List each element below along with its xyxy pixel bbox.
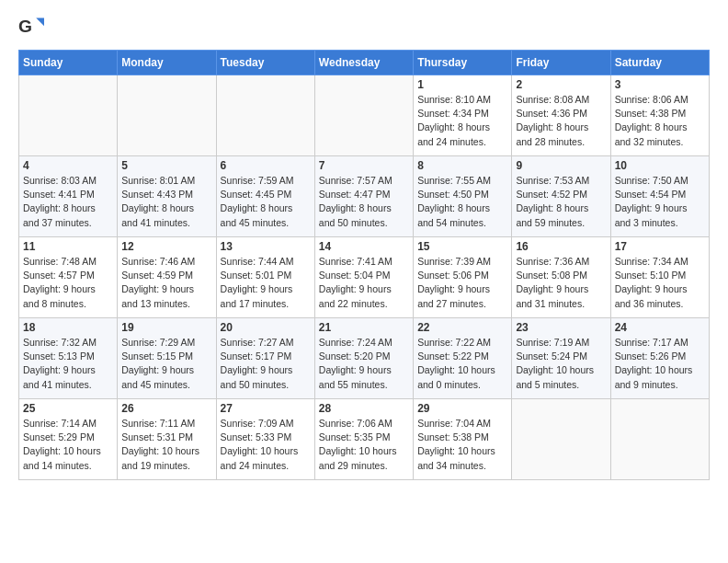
day-number: 7	[319, 159, 409, 172]
day-cell: 2Sunrise: 8:08 AM Sunset: 4:36 PM Daylig…	[512, 75, 610, 156]
day-number: 11	[23, 240, 113, 253]
day-info: Sunrise: 7:06 AM Sunset: 5:35 PM Dayligh…	[319, 417, 409, 473]
day-info: Sunrise: 7:50 AM Sunset: 4:54 PM Dayligh…	[615, 174, 705, 230]
day-info: Sunrise: 7:53 AM Sunset: 4:52 PM Dayligh…	[516, 174, 606, 230]
week-row-3: 18Sunrise: 7:32 AM Sunset: 5:13 PM Dayli…	[19, 318, 710, 399]
day-cell: 19Sunrise: 7:29 AM Sunset: 5:15 PM Dayli…	[118, 318, 216, 399]
day-number: 13	[221, 240, 311, 253]
day-cell: 10Sunrise: 7:50 AM Sunset: 4:54 PM Dayli…	[610, 156, 709, 237]
day-number: 16	[516, 240, 606, 253]
week-row-0: 1Sunrise: 8:10 AM Sunset: 4:34 PM Daylig…	[19, 75, 710, 156]
day-number: 9	[516, 159, 606, 172]
logo: G	[18, 15, 48, 40]
day-cell: 18Sunrise: 7:32 AM Sunset: 5:13 PM Dayli…	[19, 318, 118, 399]
header-wednesday: Wednesday	[314, 51, 413, 75]
day-number: 14	[319, 240, 409, 253]
day-info: Sunrise: 7:59 AM Sunset: 4:45 PM Dayligh…	[221, 174, 311, 230]
day-number: 26	[121, 402, 211, 415]
page-header: G	[18, 15, 710, 40]
day-cell: 7Sunrise: 7:57 AM Sunset: 4:47 PM Daylig…	[314, 156, 413, 237]
day-cell: 13Sunrise: 7:44 AM Sunset: 5:01 PM Dayli…	[216, 237, 314, 318]
day-number: 22	[417, 321, 507, 334]
day-number: 4	[23, 159, 113, 172]
day-cell: 29Sunrise: 7:04 AM Sunset: 5:38 PM Dayli…	[414, 399, 512, 480]
day-number: 1	[417, 78, 507, 91]
day-info: Sunrise: 7:32 AM Sunset: 5:13 PM Dayligh…	[23, 336, 113, 392]
day-cell: 11Sunrise: 7:48 AM Sunset: 4:57 PM Dayli…	[19, 237, 118, 318]
day-cell: 8Sunrise: 7:55 AM Sunset: 4:50 PM Daylig…	[414, 156, 512, 237]
day-info: Sunrise: 8:01 AM Sunset: 4:43 PM Dayligh…	[121, 174, 211, 230]
day-number: 17	[615, 240, 705, 253]
day-info: Sunrise: 7:46 AM Sunset: 4:59 PM Dayligh…	[121, 255, 211, 311]
day-cell: 20Sunrise: 7:27 AM Sunset: 5:17 PM Dayli…	[216, 318, 314, 399]
day-info: Sunrise: 7:19 AM Sunset: 5:24 PM Dayligh…	[516, 336, 606, 392]
day-info: Sunrise: 7:11 AM Sunset: 5:31 PM Dayligh…	[121, 417, 211, 473]
day-cell: 14Sunrise: 7:41 AM Sunset: 5:04 PM Dayli…	[314, 237, 413, 318]
day-number: 18	[23, 321, 113, 334]
logo-icon: G	[18, 15, 44, 40]
day-cell	[512, 399, 610, 480]
day-cell	[314, 75, 413, 156]
day-cell	[118, 75, 216, 156]
day-cell: 25Sunrise: 7:14 AM Sunset: 5:29 PM Dayli…	[19, 399, 118, 480]
header-tuesday: Tuesday	[216, 51, 314, 75]
day-cell: 22Sunrise: 7:22 AM Sunset: 5:22 PM Dayli…	[414, 318, 512, 399]
header-sunday: Sunday	[19, 51, 118, 75]
day-number: 3	[615, 78, 705, 91]
day-info: Sunrise: 7:29 AM Sunset: 5:15 PM Dayligh…	[121, 336, 211, 392]
day-info: Sunrise: 7:14 AM Sunset: 5:29 PM Dayligh…	[23, 417, 113, 473]
day-cell: 12Sunrise: 7:46 AM Sunset: 4:59 PM Dayli…	[118, 237, 216, 318]
svg-marker-1	[36, 18, 44, 27]
week-row-2: 11Sunrise: 7:48 AM Sunset: 4:57 PM Dayli…	[19, 237, 710, 318]
calendar-header-row: SundayMondayTuesdayWednesdayThursdayFrid…	[19, 51, 710, 75]
day-info: Sunrise: 7:09 AM Sunset: 5:33 PM Dayligh…	[221, 417, 311, 473]
day-number: 15	[417, 240, 507, 253]
day-info: Sunrise: 7:44 AM Sunset: 5:01 PM Dayligh…	[221, 255, 311, 311]
day-number: 29	[417, 402, 507, 415]
day-info: Sunrise: 7:36 AM Sunset: 5:08 PM Dayligh…	[516, 255, 606, 311]
day-cell: 27Sunrise: 7:09 AM Sunset: 5:33 PM Dayli…	[216, 399, 314, 480]
day-number: 10	[615, 159, 705, 172]
day-info: Sunrise: 8:08 AM Sunset: 4:36 PM Dayligh…	[516, 93, 606, 149]
day-cell: 5Sunrise: 8:01 AM Sunset: 4:43 PM Daylig…	[118, 156, 216, 237]
day-number: 2	[516, 78, 606, 91]
day-cell: 28Sunrise: 7:06 AM Sunset: 5:35 PM Dayli…	[314, 399, 413, 480]
day-number: 8	[417, 159, 507, 172]
day-info: Sunrise: 8:06 AM Sunset: 4:38 PM Dayligh…	[615, 93, 705, 149]
day-info: Sunrise: 7:57 AM Sunset: 4:47 PM Dayligh…	[319, 174, 409, 230]
day-number: 6	[221, 159, 311, 172]
day-info: Sunrise: 7:55 AM Sunset: 4:50 PM Dayligh…	[417, 174, 507, 230]
day-cell	[216, 75, 314, 156]
day-cell: 1Sunrise: 8:10 AM Sunset: 4:34 PM Daylig…	[414, 75, 512, 156]
day-number: 21	[319, 321, 409, 334]
day-cell: 23Sunrise: 7:19 AM Sunset: 5:24 PM Dayli…	[512, 318, 610, 399]
week-row-1: 4Sunrise: 8:03 AM Sunset: 4:41 PM Daylig…	[19, 156, 710, 237]
header-friday: Friday	[512, 51, 610, 75]
day-number: 24	[615, 321, 705, 334]
calendar-table: SundayMondayTuesdayWednesdayThursdayFrid…	[18, 50, 710, 480]
day-cell: 21Sunrise: 7:24 AM Sunset: 5:20 PM Dayli…	[314, 318, 413, 399]
day-info: Sunrise: 7:24 AM Sunset: 5:20 PM Dayligh…	[319, 336, 409, 392]
day-number: 25	[23, 402, 113, 415]
day-cell: 26Sunrise: 7:11 AM Sunset: 5:31 PM Dayli…	[118, 399, 216, 480]
day-info: Sunrise: 7:04 AM Sunset: 5:38 PM Dayligh…	[417, 417, 507, 473]
day-info: Sunrise: 7:17 AM Sunset: 5:26 PM Dayligh…	[615, 336, 705, 392]
day-info: Sunrise: 7:48 AM Sunset: 4:57 PM Dayligh…	[23, 255, 113, 311]
day-info: Sunrise: 7:34 AM Sunset: 5:10 PM Dayligh…	[615, 255, 705, 311]
day-number: 12	[121, 240, 211, 253]
day-info: Sunrise: 8:10 AM Sunset: 4:34 PM Dayligh…	[417, 93, 507, 149]
day-info: Sunrise: 7:22 AM Sunset: 5:22 PM Dayligh…	[417, 336, 507, 392]
day-cell	[19, 75, 118, 156]
day-info: Sunrise: 7:27 AM Sunset: 5:17 PM Dayligh…	[221, 336, 311, 392]
week-row-4: 25Sunrise: 7:14 AM Sunset: 5:29 PM Dayli…	[19, 399, 710, 480]
header-monday: Monday	[118, 51, 216, 75]
day-cell: 17Sunrise: 7:34 AM Sunset: 5:10 PM Dayli…	[610, 237, 709, 318]
day-number: 20	[221, 321, 311, 334]
day-cell: 4Sunrise: 8:03 AM Sunset: 4:41 PM Daylig…	[19, 156, 118, 237]
day-cell	[610, 399, 709, 480]
day-number: 5	[121, 159, 211, 172]
svg-text:G: G	[18, 17, 32, 36]
header-thursday: Thursday	[414, 51, 512, 75]
day-number: 28	[319, 402, 409, 415]
day-cell: 9Sunrise: 7:53 AM Sunset: 4:52 PM Daylig…	[512, 156, 610, 237]
